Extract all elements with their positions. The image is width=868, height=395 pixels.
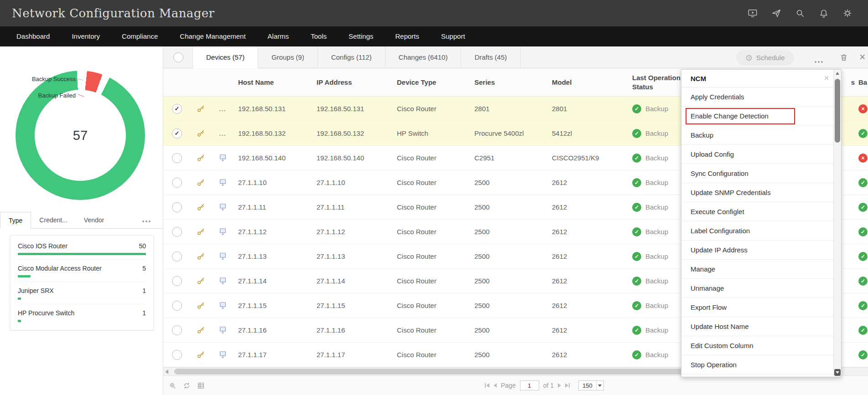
prev-page-button[interactable] <box>494 383 497 388</box>
delete-button[interactable] <box>839 53 848 62</box>
row-checkbox[interactable]: ✓ <box>172 325 182 335</box>
tab-changes-6410[interactable]: Changes (6410) <box>385 46 462 68</box>
nav-item-settings[interactable]: Settings <box>338 26 384 46</box>
row-ellipsis-icon[interactable]: ... <box>219 105 226 113</box>
last-operation: Backup <box>645 203 668 211</box>
row-checkbox[interactable]: ✓ <box>172 202 182 212</box>
scroll-left-icon[interactable] <box>165 369 168 374</box>
sidebar-more-button[interactable] <box>142 216 151 224</box>
scrollbar-thumb[interactable] <box>174 369 685 374</box>
menu-scrollbar[interactable] <box>833 70 841 377</box>
device-type-item[interactable]: HP Procurve Switch1 <box>18 304 146 326</box>
scroll-down-icon[interactable] <box>834 369 841 376</box>
menu-item-stop-operation[interactable]: Stop Operation <box>681 355 833 374</box>
menu-item-edit-custom-column[interactable]: Edit Custom Column <box>681 336 833 355</box>
series: 2500 <box>474 179 489 186</box>
tab-configs-112[interactable]: Configs (112) <box>318 46 385 68</box>
scroll-up-icon[interactable] <box>836 72 839 75</box>
menu-item-execute-configlet[interactable]: Execute Configlet <box>681 202 833 221</box>
menu-item-enable-change-detection[interactable]: Enable Change Detection <box>681 107 833 126</box>
page-label: Page <box>501 382 516 389</box>
menu-scrollbar-thumb[interactable] <box>835 79 840 143</box>
sidebar-tab-type[interactable]: Type <box>0 212 31 229</box>
row-checkbox[interactable]: ✓ <box>172 227 182 237</box>
series: 2500 <box>474 277 489 285</box>
operation-ok-icon: ✓ <box>632 129 641 138</box>
col-ip-address[interactable]: IP Address <box>317 78 352 86</box>
col-backup-status[interactable]: Ba <box>858 78 867 86</box>
check-icon: ✓ <box>175 105 180 112</box>
menu-item-update-host-name[interactable]: Update Host Name <box>681 317 833 336</box>
row-checkbox[interactable]: ✓ <box>172 350 182 360</box>
menu-item-manage[interactable]: Manage <box>681 260 833 279</box>
row-checkbox[interactable]: ✓ <box>172 178 182 188</box>
tab-groups-9[interactable]: Groups (9) <box>258 46 318 68</box>
grid-icon[interactable] <box>197 382 205 390</box>
col-series[interactable]: Series <box>474 78 495 86</box>
row-checkbox[interactable]: ✓ <box>172 153 182 163</box>
device-type-label: Cisco IOS Router <box>18 242 68 250</box>
device-icon <box>218 301 227 310</box>
row-checkbox[interactable]: ✓ <box>172 276 182 286</box>
menu-item-export-flow[interactable]: Export Flow <box>681 298 833 317</box>
nav-item-change-management[interactable]: Change Management <box>169 26 256 46</box>
col-model[interactable]: Model <box>552 78 572 86</box>
row-checkbox[interactable]: ✓ <box>172 301 182 311</box>
last-page-button[interactable] <box>565 383 570 388</box>
next-page-button[interactable] <box>558 383 561 388</box>
notifications-icon[interactable] <box>819 8 829 18</box>
launch-icon[interactable] <box>771 8 781 18</box>
col-host-name[interactable]: Host Name <box>238 78 274 86</box>
search-icon[interactable] <box>795 8 805 18</box>
model: 2612 <box>552 277 567 285</box>
device-type-item[interactable]: Cisco Modular Access Router5 <box>18 260 146 282</box>
last-operation: Backup <box>645 302 668 309</box>
sidebar: 57 Backup Success Backup Failed TypeCred… <box>0 46 163 395</box>
schedule-button[interactable]: Schedule <box>736 50 794 65</box>
menu-item-update-snmp-credentials[interactable]: Update SNMP Credentials <box>681 183 833 202</box>
menu-item-apply-credentials[interactable]: Apply Credentials <box>681 87 833 107</box>
nav-item-support[interactable]: Support <box>430 26 476 46</box>
row-checkbox[interactable]: ✓ <box>172 251 182 262</box>
select-all-checkbox[interactable]: ✓ <box>173 52 183 62</box>
host-name: 27.1.1.10 <box>238 179 267 186</box>
nav-item-compliance[interactable]: Compliance <box>111 26 169 46</box>
device-type-item[interactable]: Cisco IOS Router50 <box>18 237 146 260</box>
tab-drafts-45[interactable]: Drafts (45) <box>461 46 520 68</box>
menu-close-button[interactable]: × <box>824 73 829 83</box>
row-checkbox[interactable]: ✓ <box>172 128 182 139</box>
row-checkbox[interactable]: ✓ <box>172 104 182 114</box>
clock-icon <box>745 54 753 62</box>
model: CISCO2951/K9 <box>552 154 599 162</box>
zoom-icon[interactable] <box>169 382 177 390</box>
backup-donut-chart[interactable] <box>16 71 145 200</box>
credential-key-icon <box>197 277 205 285</box>
tab-devices-57[interactable]: Devices (57) <box>192 46 258 68</box>
sync-icon[interactable] <box>183 382 191 390</box>
nav-item-reports[interactable]: Reports <box>384 26 430 46</box>
nav-item-inventory[interactable]: Inventory <box>61 26 111 46</box>
sidebar-tab-credent[interactable]: Credent... <box>31 212 75 228</box>
nav-item-tools[interactable]: Tools <box>300 26 338 46</box>
nav-item-alarms[interactable]: Alarms <box>257 26 300 46</box>
device-type-item[interactable]: Juniper SRX1 <box>18 282 146 304</box>
series: 2801 <box>474 105 489 113</box>
demo-icon[interactable] <box>748 8 758 18</box>
menu-item-upload-config[interactable]: Upload Config <box>681 145 833 164</box>
menu-item-backup[interactable]: Backup <box>681 126 833 145</box>
menu-item-unmanage[interactable]: Unmanage <box>681 279 833 298</box>
col-device-type[interactable]: Device Type <box>397 78 436 86</box>
device-type-card: Cisco IOS Router50Cisco Modular Access R… <box>10 235 154 330</box>
menu-item-label-configuration[interactable]: Label Configuration <box>681 221 833 241</box>
row-ellipsis-icon[interactable]: ... <box>219 129 226 137</box>
page-size-select[interactable]: 150 <box>578 380 604 390</box>
page-input[interactable] <box>520 380 539 390</box>
nav-item-dashboard[interactable]: Dashboard <box>5 26 61 46</box>
sidebar-tab-vendor[interactable]: Vendor <box>76 212 112 228</box>
first-page-button[interactable] <box>485 383 489 388</box>
more-options-button[interactable] <box>815 56 823 65</box>
menu-item-sync-configuration[interactable]: Sync Configuration <box>681 164 833 183</box>
close-view-button[interactable]: × <box>859 51 865 63</box>
settings-icon[interactable] <box>842 8 852 18</box>
menu-item-update-ip-address[interactable]: Update IP Address <box>681 241 833 260</box>
